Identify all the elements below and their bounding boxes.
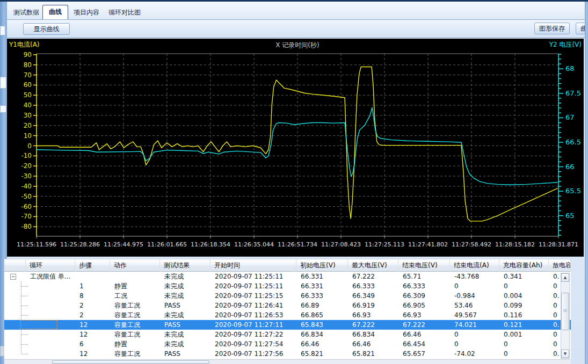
- cell-step: 12: [75, 349, 110, 359]
- horizontal-scrollbar-thumb[interactable]: [52, 360, 209, 364]
- cell-end-voltage: 65.71: [398, 272, 450, 281]
- cell-max-voltage: 65.821: [348, 349, 398, 359]
- cell-cycle: [26, 291, 75, 301]
- table-body: −工况限值 单...未完成2020-09-07 11:25:1166.33167…: [4, 272, 571, 359]
- table-row[interactable]: 12容量工况PASS2020-09-07 11:27:5665.82165.82…: [4, 349, 571, 359]
- y1-tick-label: -50: [21, 193, 32, 200]
- cell-end-voltage: 65.657: [398, 349, 450, 359]
- tree-branch-line: [21, 315, 26, 316]
- table-row[interactable]: 2容量工况PASS2020-09-07 11:26:4166.8966.9196…: [4, 301, 571, 310]
- cell-step: 12: [75, 330, 110, 339]
- cell-start-time: 2020-09-07 11:25:11: [210, 272, 296, 281]
- cell-charge-capacity: 0.116: [499, 310, 549, 320]
- col-header-discharge-capacity[interactable]: 放电容: [549, 259, 571, 272]
- cell-end-current: 0: [450, 281, 499, 291]
- table-row[interactable]: 6静置未完成2020-09-07 11:27:5466.4666.4666.45…: [4, 339, 571, 349]
- tab-cycle-compare[interactable]: 循环对比图: [104, 5, 146, 19]
- cell-action: 静置: [110, 281, 160, 291]
- cell-cycle: [26, 281, 75, 291]
- table-row[interactable]: −工况限值 单...未完成2020-09-07 11:25:1166.33167…: [4, 272, 571, 281]
- tab-test-data[interactable]: 测试数据: [10, 5, 43, 19]
- cell-action: [110, 272, 160, 281]
- y2-tick-label: 68: [565, 64, 575, 72]
- cell-initial-voltage: 65.843: [296, 320, 348, 330]
- cell-result: 未完成: [160, 310, 210, 320]
- col-header-end-voltage[interactable]: 结束电压(V): [398, 259, 450, 272]
- current-curve: [37, 67, 558, 221]
- background-window-fragment: [0, 77, 6, 89]
- vertical-scrollbar-thumb[interactable]: [561, 293, 569, 330]
- y1-tick-label: -10: [21, 152, 32, 159]
- y1-tick-label: -40: [21, 183, 32, 190]
- tree-cell: [4, 349, 26, 359]
- cell-step: 6: [75, 339, 110, 349]
- cell-action: 容量工况: [110, 349, 160, 359]
- table-row[interactable]: 12容量工况未完成2020-09-07 11:27:2266.83466.834…: [4, 330, 571, 339]
- tab-project-content[interactable]: 项目内容: [70, 5, 103, 19]
- cell-start-time: 2020-09-07 11:27:11: [210, 320, 296, 330]
- cell-cycle: 工况限值 单...: [26, 272, 75, 281]
- cell-initial-voltage: 66.865: [296, 310, 348, 320]
- cell-initial-voltage: 66.331: [296, 281, 348, 291]
- table-header: 循环 步骤 动作 测试结果 开始时间 初始电压(V) 最大电压(V) 结束电压(…: [4, 259, 571, 272]
- x-tick-label: 11:25:44.975: [104, 241, 143, 248]
- show-curve-button[interactable]: 显示曲线: [23, 23, 70, 35]
- vertical-scrollbar[interactable]: ▲ ▼: [561, 273, 570, 359]
- cell-start-time: 2020-09-07 11:27:54: [210, 339, 296, 349]
- col-header-action[interactable]: 动作: [110, 259, 160, 272]
- col-header-initial-voltage[interactable]: 初始电压(V): [296, 259, 348, 272]
- cell-end-current: 49.567: [450, 310, 499, 320]
- cell-end-current: 0: [450, 330, 499, 339]
- x-tick-label: 11:27:41.802: [408, 241, 448, 248]
- cell-cycle: [26, 330, 75, 339]
- cell-end-voltage: 66.309: [398, 291, 450, 301]
- x-tick-label: 11:26:51.734: [278, 241, 317, 248]
- x-tick-label: 11:28:15.182: [495, 241, 535, 248]
- cell-step: 2: [75, 310, 110, 320]
- table-row[interactable]: 1静置未完成2020-09-07 11:25:1166.33166.33366.…: [4, 281, 571, 291]
- cell-end-voltage: 66.46: [398, 330, 450, 339]
- cell-end-current: 0: [450, 339, 499, 349]
- tree-cell: [4, 281, 26, 291]
- col-header-step[interactable]: 步骤: [75, 259, 110, 272]
- col-header-cycle[interactable]: 循环: [26, 259, 75, 272]
- table-row[interactable]: 8工况未完成2020-09-07 11:25:1566.33366.34966.…: [4, 291, 571, 301]
- table-row[interactable]: 2容量工况未完成2020-09-07 11:26:5366.86566.9366…: [4, 310, 571, 320]
- tree-expander-icon[interactable]: −: [10, 274, 16, 280]
- col-header-start-time[interactable]: 开始时间: [210, 259, 296, 272]
- cell-initial-voltage: 66.89: [296, 301, 348, 310]
- horizontal-scrollbar[interactable]: [4, 359, 571, 364]
- cell-action: 容量工况: [110, 320, 160, 330]
- cell-end-voltage: 66.905: [398, 301, 450, 310]
- col-header-tree: [4, 259, 26, 272]
- graph-save-button[interactable]: 图形保存: [534, 23, 570, 34]
- selection-focus-rect: [20, 320, 57, 329]
- chart-panel: 9080706050403020100-10-20-30-40-50-60-70…: [7, 39, 584, 257]
- tree-cell: −: [4, 272, 26, 281]
- col-header-end-current[interactable]: 结束电流(A): [450, 259, 499, 272]
- col-header-charge-capacity[interactable]: 充电容量(Ah): [499, 259, 549, 272]
- y1-tick-label: 90: [24, 51, 32, 59]
- cell-action: 容量工况: [110, 310, 160, 320]
- cell-end-voltage: 66.93: [398, 310, 450, 320]
- tab-curve[interactable]: 曲线: [42, 5, 68, 19]
- tree-branch-line: [21, 344, 26, 345]
- voltage-curve: [37, 107, 558, 185]
- results-table: 循环 步骤 动作 测试结果 开始时间 初始电压(V) 最大电压(V) 结束电压(…: [4, 259, 571, 364]
- cell-result: 未完成: [160, 291, 210, 301]
- x-tick-label: 11:26:01.665: [147, 241, 187, 248]
- table-row[interactable]: 12容量工况PASS2020-09-07 11:27:1165.84367.22…: [4, 320, 571, 330]
- cell-action: 容量工况: [110, 301, 160, 310]
- cell-max-voltage: 66.333: [348, 281, 398, 291]
- cell-initial-voltage: 66.46: [296, 339, 348, 349]
- col-header-max-voltage[interactable]: 最大电压(V): [348, 259, 398, 272]
- scroll-down-icon[interactable]: ▼: [561, 350, 569, 358]
- tree-cell: [4, 310, 26, 320]
- scroll-up-icon[interactable]: ▲: [561, 273, 569, 282]
- col-header-result[interactable]: 测试结果: [160, 259, 210, 272]
- x-axis-label: X 记录时间(秒): [275, 41, 319, 49]
- y1-tick-label: -20: [21, 162, 32, 170]
- y1-tick-label: 40: [24, 101, 32, 109]
- cell-result: 未完成: [160, 330, 210, 339]
- y1-tick-label: -80: [21, 223, 32, 230]
